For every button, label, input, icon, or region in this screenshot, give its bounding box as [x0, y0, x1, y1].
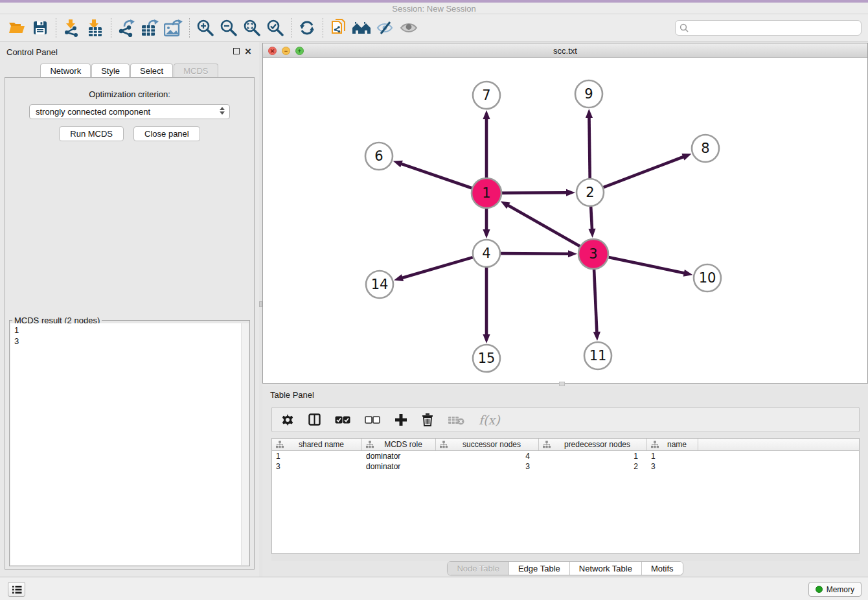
- control-tab-style[interactable]: Style: [91, 63, 130, 77]
- table-scroll-strip[interactable]: [271, 554, 860, 561]
- function-builder-button[interactable]: f(x): [479, 411, 500, 428]
- import-network-button[interactable]: [60, 17, 84, 39]
- cell-name[interactable]: 3: [647, 461, 698, 472]
- close-panel-button[interactable]: ✕: [244, 47, 253, 56]
- edge-1-6[interactable]: [400, 163, 472, 188]
- table-row[interactable]: 3dominator323: [272, 461, 859, 472]
- delete-columns-button[interactable]: [422, 411, 433, 428]
- control-tab-mcds[interactable]: MCDS: [174, 63, 218, 77]
- go-home-button[interactable]: [350, 17, 374, 39]
- mcds-tab-content: Optimization criterion: strongly connect…: [5, 77, 255, 570]
- control-tab-select[interactable]: Select: [130, 63, 173, 77]
- column-header-shared-name[interactable]: shared name: [272, 439, 362, 450]
- column-header-MCDS-role[interactable]: MCDS role: [362, 439, 436, 450]
- table-tab-motifs[interactable]: Motifs: [642, 562, 683, 575]
- cell-MCDS-role[interactable]: dominator: [362, 461, 436, 472]
- cell-name[interactable]: 1: [647, 451, 698, 461]
- control-panel-title: Control Panel: [6, 47, 58, 57]
- criterion-dropdown[interactable]: strongly connected component: [29, 104, 230, 119]
- column-header-predecessor-nodes[interactable]: predecessor nodes: [539, 439, 647, 450]
- table-tab-node-table[interactable]: Node Table: [448, 562, 509, 575]
- search-box[interactable]: [675, 20, 862, 36]
- table-tab-network-table[interactable]: Network Table: [570, 562, 642, 575]
- node-label-10: 10: [699, 270, 716, 286]
- close-panel-action-button[interactable]: Close panel: [133, 126, 200, 141]
- memory-button[interactable]: Memory: [808, 582, 862, 597]
- mcds-result-list[interactable]: 1 3: [10, 323, 249, 565]
- column-header-name[interactable]: name: [647, 439, 698, 450]
- add-column-button[interactable]: [394, 411, 407, 428]
- result-scrollbar[interactable]: [241, 323, 249, 565]
- edge-2-9[interactable]: [589, 117, 589, 178]
- hide-panel-button[interactable]: [374, 17, 397, 39]
- zoom-fit-icon: [244, 19, 260, 36]
- export-network-button[interactable]: [115, 17, 139, 39]
- open-session-button[interactable]: [5, 17, 29, 39]
- zoom-selected-button[interactable]: [264, 17, 287, 39]
- edge-3-11[interactable]: [594, 270, 597, 333]
- export-network-icon: [118, 19, 136, 37]
- cell-shared-name[interactable]: 1: [272, 451, 362, 461]
- show-panel-button[interactable]: [397, 17, 420, 39]
- unchecked-boxes-icon: [365, 416, 380, 424]
- zoom-in-icon: [197, 19, 214, 36]
- zoom-out-button[interactable]: [217, 17, 240, 39]
- arrowhead-2-9: [586, 109, 593, 118]
- export-table-button[interactable]: [139, 17, 162, 39]
- cell-MCDS-role[interactable]: dominator: [362, 451, 436, 461]
- trash-icon: [422, 413, 433, 426]
- cell-successor-nodes[interactable]: 4: [436, 451, 539, 461]
- cell-shared-name[interactable]: 3: [272, 461, 362, 472]
- column-type-icon: [366, 441, 374, 448]
- column-type-icon: [440, 441, 448, 448]
- clone-network-button[interactable]: [327, 17, 350, 39]
- edge-3-10[interactable]: [608, 257, 685, 273]
- node-label-4: 4: [482, 246, 490, 261]
- dropdown-stepper-icon: [220, 107, 225, 115]
- import-table-button[interactable]: [84, 17, 107, 39]
- edge-4-3[interactable]: [501, 253, 569, 254]
- select-all-columns-button[interactable]: [335, 411, 350, 428]
- table-options-button[interactable]: [281, 411, 294, 428]
- zoom-in-button[interactable]: [194, 17, 217, 39]
- control-panel-header: Control Panel ✕: [0, 42, 259, 62]
- deselect-all-columns-button[interactable]: [365, 411, 380, 428]
- control-tab-network[interactable]: Network: [40, 63, 91, 77]
- zoom-fit-button[interactable]: [240, 17, 264, 39]
- arrowhead-4-15: [483, 334, 490, 343]
- refresh-button[interactable]: [295, 17, 319, 39]
- cell-predecessor-nodes[interactable]: 1: [539, 451, 647, 461]
- search-input[interactable]: [689, 23, 857, 33]
- float-icon: [233, 48, 240, 54]
- status-bar: Memory: [0, 577, 868, 600]
- network-window-titlebar[interactable]: ✕ − + scc.txt: [263, 43, 867, 58]
- show-column-panel-button[interactable]: [308, 411, 321, 428]
- show-panels-menu-button[interactable]: [8, 582, 25, 597]
- node-table[interactable]: shared nameMCDS rolesuccessor nodesprede…: [271, 438, 860, 554]
- network-canvas[interactable]: 7968124314101511: [263, 58, 867, 383]
- delete-table-button[interactable]: [448, 411, 464, 428]
- toolbar-separator: [291, 18, 291, 38]
- edge-3-1[interactable]: [507, 205, 580, 246]
- arrowhead-3-10: [683, 270, 693, 277]
- table-tab-edge-table[interactable]: Edge Table: [509, 562, 570, 575]
- cell-successor-nodes[interactable]: 3: [436, 461, 539, 472]
- divider-handle[interactable]: [559, 382, 565, 386]
- window-title: Session: New Session: [0, 4, 868, 14]
- cell-predecessor-nodes[interactable]: 2: [539, 461, 647, 472]
- edge-1-2[interactable]: [502, 192, 567, 193]
- edge-4-14[interactable]: [402, 257, 473, 278]
- export-image-button[interactable]: [162, 17, 185, 39]
- column-header-successor-nodes[interactable]: successor nodes: [436, 439, 539, 450]
- edge-2-3[interactable]: [591, 207, 592, 230]
- list-icon: [12, 585, 22, 594]
- node-label-9: 9: [584, 86, 593, 102]
- optimization-criterion-label: Optimization criterion:: [5, 89, 254, 99]
- save-session-button[interactable]: [29, 17, 52, 39]
- table-row[interactable]: 1dominator411: [272, 451, 859, 461]
- edge-2-8[interactable]: [604, 156, 685, 187]
- table-tabs-bar: Node TableEdge TableNetwork TableMotifs: [262, 561, 868, 577]
- run-mcds-button[interactable]: Run MCDS: [59, 126, 124, 141]
- column-type-icon: [651, 441, 659, 448]
- float-panel-button[interactable]: [232, 47, 241, 56]
